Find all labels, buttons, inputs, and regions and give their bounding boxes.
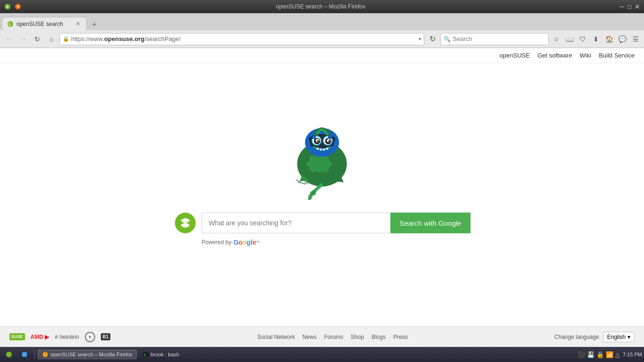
os-topbar: S openSUSE search – Mozilla Firefox ─ ◻ … — [0, 0, 644, 13]
tab-close-button[interactable]: ✕ — [74, 20, 82, 28]
tab-favicon: S — [7, 21, 14, 27]
new-tab-button[interactable]: + — [89, 19, 100, 30]
os-app-icon[interactable] — [14, 3, 22, 10]
bookmark-star-icon[interactable]: ☆ — [551, 33, 562, 45]
active-tab[interactable]: S openSUSE search ✕ — [2, 17, 87, 30]
os-start-icon[interactable]: S — [4, 3, 11, 10]
download-icon[interactable]: ⬇ — [590, 33, 602, 45]
search-input[interactable] — [202, 213, 390, 233]
footer-language: Change language English ▾ — [554, 332, 635, 342]
footer-social-network[interactable]: Social Network — [257, 334, 295, 340]
tab-bar: S openSUSE search ✕ + — [0, 13, 644, 30]
lock-icon: 🔒 — [63, 36, 69, 42]
search-row: Search with Google — [173, 211, 471, 235]
restore-icon[interactable]: ◻ — [627, 3, 632, 10]
main-area: Search with Google Powered by Google™ — [0, 63, 644, 326]
menu-icon[interactable]: ☰ — [630, 33, 641, 45]
g1: G — [233, 239, 239, 246]
chameleon-mascot — [280, 106, 364, 200]
b1-logo: B1 — [101, 333, 111, 340]
page-content: openSUSE Get software Wiki Build Service — [0, 48, 644, 347]
svg-point-31 — [317, 140, 319, 142]
search-section: Search with Google Powered by Google™ — [173, 211, 471, 246]
close-icon[interactable]: ✕ — [635, 3, 640, 10]
nav-wiki[interactable]: Wiki — [580, 52, 592, 59]
footer-press[interactable]: Press — [393, 334, 408, 340]
reload-button[interactable]: ↻ — [31, 33, 43, 45]
svg-point-50 — [44, 354, 46, 355]
nav-opensuse[interactable]: openSUSE — [500, 52, 530, 59]
navigation-bar: ← → ↻ ⌂ 🔒 https://www.opensuse.org/searc… — [0, 30, 644, 48]
taskbar-storage-icon[interactable]: 💾 — [587, 351, 594, 358]
svg-rect-47 — [22, 352, 27, 357]
chat-icon[interactable]: 💬 — [617, 33, 628, 45]
taskbar-lock-icon[interactable]: 🔒 — [596, 351, 604, 358]
lang-dropdown-icon: ▾ — [627, 334, 630, 340]
language-value: English — [607, 334, 626, 340]
address-dropdown-icon[interactable]: ▾ — [419, 36, 421, 41]
g2: o — [239, 239, 243, 246]
footer-blogs[interactable]: Blogs — [372, 334, 386, 340]
heinlein-logo: # heinlein — [55, 334, 79, 340]
svg-point-46 — [6, 352, 12, 357]
browser-search-input[interactable] — [453, 35, 545, 42]
taskbar-start — [2, 350, 32, 359]
footer-forums[interactable]: Forums — [324, 334, 343, 340]
svg-point-43 — [312, 135, 316, 139]
svg-text:$: $ — [144, 353, 146, 356]
back-button[interactable]: ← — [3, 33, 15, 45]
page-footer: SUSE AMD ▶ # heinlein ✦ B1 Social Networ… — [0, 326, 644, 347]
svg-point-44 — [328, 135, 332, 139]
taskbar-clock: 7:15 PM — [623, 352, 642, 357]
nav-build-service[interactable]: Build Service — [599, 52, 635, 59]
svg-rect-37 — [323, 148, 325, 150]
minimize-icon[interactable]: ─ — [619, 3, 624, 10]
footer-news[interactable]: News — [302, 334, 316, 340]
address-bar[interactable]: 🔒 https://www.opensuse.org/searchPage/ ▾ — [59, 33, 424, 45]
svg-text:S: S — [6, 5, 9, 9]
opensuse-logo-svg — [173, 211, 197, 235]
os-bottombar: openSUSE search – Mozilla Firefox $ broo… — [0, 347, 644, 362]
reload-right-button[interactable]: ↻ — [426, 33, 438, 45]
taskbar-firefox-task[interactable]: openSUSE search – Mozilla Firefox — [38, 350, 137, 359]
svg-point-32 — [328, 140, 330, 142]
taskbar-files-button[interactable] — [17, 350, 32, 359]
search-google-button[interactable]: Search with Google — [390, 213, 471, 233]
change-language-text: Change language — [554, 334, 599, 340]
g4: g — [247, 239, 251, 246]
footer-shop[interactable]: Shop — [351, 334, 364, 340]
search-bar-icon: 🔍 — [444, 36, 451, 42]
taskbar-terminal-task[interactable]: $ brook : bash — [139, 350, 183, 359]
mascot-container — [280, 106, 364, 202]
shield-icon[interactable]: 🛡 — [577, 33, 588, 45]
powered-by: Powered by Google™ — [202, 239, 260, 246]
footer-logos: SUSE AMD ▶ # heinlein ✦ B1 — [9, 332, 110, 342]
browser-chrome: S openSUSE search ✕ + ← → ↻ ⌂ 🔒 https://… — [0, 13, 644, 48]
taskbar-start-button[interactable] — [2, 350, 16, 359]
taskbar-right: ⬛ 💾 🔒 📶 △ 7:15 PM — [578, 351, 642, 358]
nav-get-software[interactable]: Get software — [537, 52, 572, 59]
partner-logo-1: ✦ — [85, 332, 95, 342]
page-nav: openSUSE Get software Wiki Build Service — [0, 48, 644, 63]
firefox-task-label: openSUSE search – Mozilla Firefox — [50, 352, 132, 357]
language-selector[interactable]: English ▾ — [603, 332, 635, 342]
home-nav-icon[interactable]: 🏠 — [603, 33, 615, 45]
forward-button[interactable]: → — [17, 33, 29, 45]
taskbar-files-icon — [21, 351, 28, 358]
taskbar-wifi-icon[interactable]: 📶 — [606, 351, 613, 358]
taskbar-start-icon — [6, 351, 12, 358]
browser-search-bar[interactable]: 🔍 — [440, 33, 549, 45]
taskbar-arrow-icon[interactable]: △ — [615, 351, 620, 358]
address-suffix: /searchPage/ — [144, 35, 181, 42]
terminal-taskbar-icon: $ — [142, 351, 149, 358]
svg-rect-35 — [317, 148, 319, 150]
address-domain: opensuse.org — [104, 35, 144, 42]
suse-logo: SUSE — [9, 333, 25, 340]
home-button[interactable]: ⌂ — [45, 33, 58, 45]
os-window-title: openSUSE search – Mozilla Firefox — [22, 3, 619, 10]
os-window-controls: ─ ◻ ✕ — [619, 3, 640, 10]
taskbar-monitor-icon[interactable]: ⬛ — [578, 351, 585, 358]
reader-view-icon[interactable]: 📖 — [564, 33, 575, 45]
svg-rect-36 — [320, 148, 322, 150]
footer-links: Social Network News Forums Shop Blogs Pr… — [257, 334, 407, 340]
